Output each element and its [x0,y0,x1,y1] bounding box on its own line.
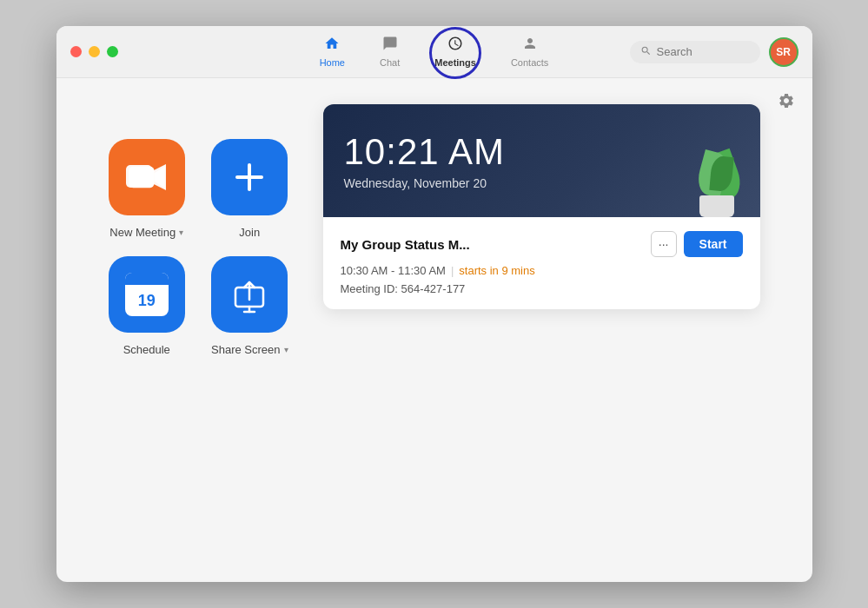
svg-marker-5 [152,164,166,190]
schedule-label: Schedule [123,343,170,356]
search-input[interactable] [657,45,750,58]
new-meeting-button[interactable] [109,139,185,215]
tab-chat[interactable]: Chat [366,30,414,73]
svg-rect-4 [126,165,152,188]
meeting-starts-in: starts in 9 mins [459,264,534,277]
settings-gear-icon[interactable] [778,92,795,114]
share-screen-label: Share Screen ▾ [211,343,288,356]
search-area [630,41,760,63]
plant-decoration [682,130,743,217]
schedule-item[interactable]: 19 Schedule [109,256,186,356]
meeting-banner: 10:21 AM Wednesday, November 20 [323,104,760,217]
join-button[interactable] [211,139,288,215]
tab-home-label: Home [320,57,345,68]
start-meeting-button[interactable]: Start [684,231,743,257]
meeting-time-row: 10:30 AM - 11:30 AM | starts in 9 mins [341,264,743,277]
new-meeting-item[interactable]: New Meeting ▾ [109,139,186,239]
meeting-info: My Group Status M... ··· Start 10:30 AM … [323,217,760,309]
tab-chat-label: Chat [380,57,400,68]
tab-meetings[interactable]: Meetings [421,30,490,73]
meeting-title-row: My Group Status M... ··· Start [341,231,743,257]
avatar[interactable]: SR [769,37,798,67]
meetings-icon [447,36,463,56]
main-content: New Meeting ▾ Join [56,78,812,582]
tab-contacts-label: Contacts [511,57,548,68]
meeting-clock-time: 10:21 AM [344,131,739,173]
action-grid: New Meeting ▾ Join [109,104,288,356]
share-screen-dropdown-arrow: ▾ [284,345,288,354]
title-bar: Home Chat Meetings [56,26,812,78]
join-item[interactable]: Join [211,139,288,239]
share-screen-button[interactable] [211,256,288,333]
minimize-button[interactable] [89,46,100,57]
meeting-panel: 10:21 AM Wednesday, November 20 My Group… [323,104,760,309]
new-meeting-dropdown-arrow: ▾ [179,228,183,237]
search-icon [640,45,652,59]
close-button[interactable] [70,46,82,57]
meeting-time-range: 10:30 AM - 11:30 AM [341,264,446,277]
tab-contacts[interactable]: Contacts [497,30,562,73]
meeting-clock-date: Wednesday, November 20 [344,176,739,190]
calendar-icon: 19 [125,273,169,316]
meeting-action-buttons: ··· Start [651,231,743,257]
search-bar[interactable] [630,41,760,63]
meeting-title: My Group Status M... [341,237,470,252]
schedule-button[interactable]: 19 [109,256,185,333]
more-options-button[interactable]: ··· [651,231,677,257]
home-icon [324,36,340,56]
maximize-button[interactable] [107,46,118,57]
join-label: Join [239,226,260,239]
meeting-id: Meeting ID: 564-427-177 [341,282,743,295]
chat-icon [382,36,398,56]
new-meeting-label: New Meeting ▾ [109,226,183,239]
share-screen-item[interactable]: Share Screen ▾ [211,256,288,356]
tab-meetings-label: Meetings [434,57,476,68]
contacts-icon [522,36,538,56]
app-window: Home Chat Meetings [56,26,812,582]
traffic-lights [70,46,118,57]
tab-home[interactable]: Home [306,30,359,73]
meeting-card: 10:21 AM Wednesday, November 20 My Group… [323,104,760,309]
